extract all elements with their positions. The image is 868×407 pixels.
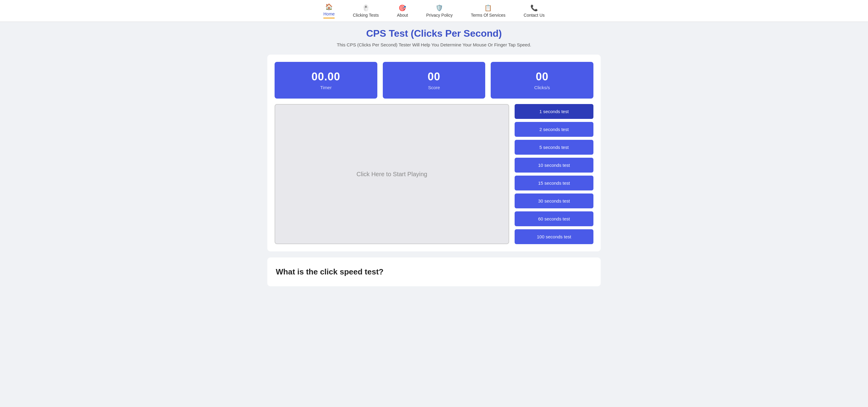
nav-item-home[interactable]: 🏠 Home bbox=[323, 3, 335, 19]
nav-label-privacy-policy: Privacy Policy bbox=[426, 13, 453, 18]
stat-label-clicks-per-second: Clicks/s bbox=[534, 85, 550, 90]
home-icon: 🏠 bbox=[325, 3, 333, 10]
game-row: Click Here to Start Playing 1 seconds te… bbox=[275, 104, 593, 244]
stat-label-timer: Timer bbox=[320, 85, 332, 90]
btn-1-button[interactable]: 1 seconds test bbox=[515, 104, 593, 119]
nav-item-contact-us[interactable]: 📞 Contact Us bbox=[524, 4, 545, 18]
info-card: What is the click speed test? bbox=[267, 258, 601, 286]
btn-5-button[interactable]: 5 seconds test bbox=[515, 140, 593, 155]
nav-item-clicking-tests[interactable]: 🖱️ Clicking Tests bbox=[353, 4, 378, 18]
nav-label-contact-us: Contact Us bbox=[524, 13, 545, 18]
terms-of-services-icon: 📋 bbox=[484, 4, 492, 11]
contact-us-icon: 📞 bbox=[530, 4, 538, 11]
info-heading: What is the click speed test? bbox=[276, 267, 592, 277]
btn-30-button[interactable]: 30 seconds test bbox=[515, 194, 593, 208]
main-nav: 🏠 Home 🖱️ Clicking Tests 🎯 About 🛡️ Priv… bbox=[0, 0, 868, 22]
btn-60-button[interactable]: 60 seconds test bbox=[515, 211, 593, 226]
btn-2-button[interactable]: 2 seconds test bbox=[515, 122, 593, 137]
main-card: 00.00 Timer 00 Score 00 Clicks/s Click H… bbox=[267, 55, 601, 252]
page-title: CPS Test (Clicks Per Second) bbox=[267, 28, 601, 39]
clicking-tests-icon: 🖱️ bbox=[362, 4, 370, 11]
stat-box-clicks-per-second: 00 Clicks/s bbox=[491, 62, 593, 98]
nav-label-about: About bbox=[397, 13, 408, 18]
privacy-policy-icon: 🛡️ bbox=[435, 4, 443, 11]
nav-label-terms-of-services: Terms Of Services bbox=[471, 13, 505, 18]
stat-value-score: 00 bbox=[428, 70, 440, 83]
stat-value-clicks-per-second: 00 bbox=[536, 70, 549, 83]
page-subtitle: This CPS (Clicks Per Second) Tester Will… bbox=[267, 42, 601, 47]
nav-label-home: Home bbox=[323, 11, 335, 17]
stat-box-score: 00 Score bbox=[383, 62, 486, 98]
btn-100-button[interactable]: 100 seconds test bbox=[515, 229, 593, 244]
stat-box-timer: 00.00 Timer bbox=[275, 62, 377, 98]
click-area-prompt: Click Here to Start Playing bbox=[356, 171, 427, 178]
stats-row: 00.00 Timer 00 Score 00 Clicks/s bbox=[275, 62, 593, 98]
test-buttons-sidebar: 1 seconds test2 seconds test5 seconds te… bbox=[515, 104, 593, 244]
nav-label-clicking-tests: Clicking Tests bbox=[353, 13, 378, 18]
nav-item-terms-of-services[interactable]: 📋 Terms Of Services bbox=[471, 4, 505, 18]
stat-value-timer: 00.00 bbox=[312, 70, 340, 83]
nav-item-privacy-policy[interactable]: 🛡️ Privacy Policy bbox=[426, 4, 453, 18]
click-area[interactable]: Click Here to Start Playing bbox=[275, 104, 509, 244]
stat-label-score: Score bbox=[428, 85, 440, 90]
btn-10-button[interactable]: 10 seconds test bbox=[515, 158, 593, 173]
nav-item-about[interactable]: 🎯 About bbox=[397, 4, 408, 18]
btn-15-button[interactable]: 15 seconds test bbox=[515, 176, 593, 191]
about-icon: 🎯 bbox=[399, 4, 406, 11]
